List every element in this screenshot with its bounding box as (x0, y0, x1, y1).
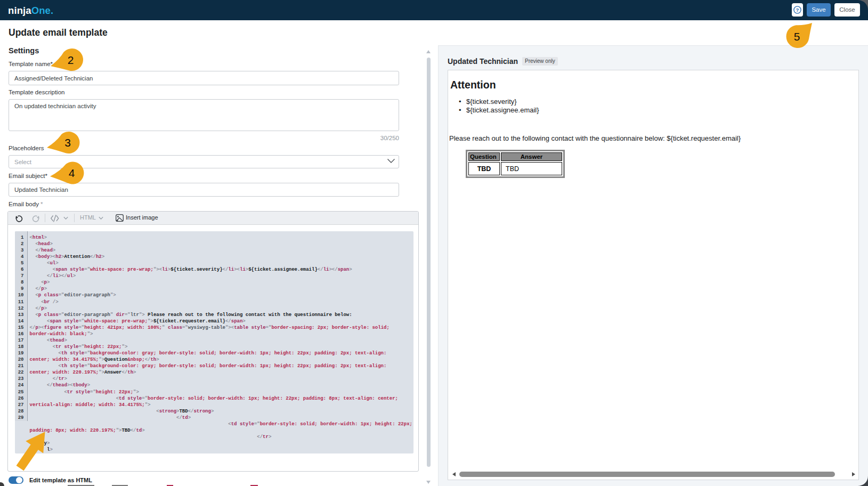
svg-text:4: 4 (69, 167, 75, 179)
svg-text:3: 3 (64, 136, 71, 149)
svg-text:5: 5 (794, 30, 800, 43)
svg-text:2: 2 (68, 54, 74, 66)
svg-text:?: ? (796, 7, 799, 13)
